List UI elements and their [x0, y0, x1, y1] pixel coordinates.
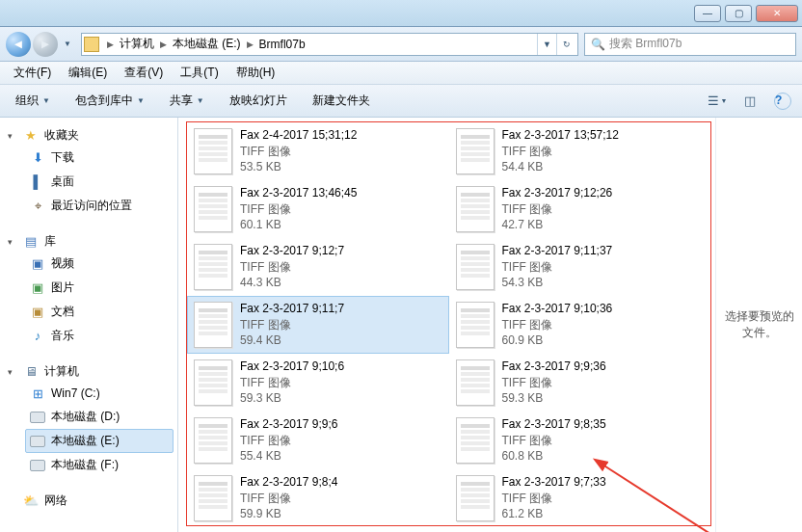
file-item[interactable]: Fax 2-3-2017 9;12;7TIFF 图像44.3 KB — [187, 238, 449, 296]
file-meta: Fax 2-3-2017 9;11;7TIFF 图像59.4 KB — [240, 301, 344, 349]
sidebar-group-label: 收藏夹 — [44, 127, 79, 144]
file-thumbnail — [456, 302, 495, 348]
file-name: Fax 2-4-2017 15;31;12 — [240, 127, 357, 144]
file-thumbnail — [456, 417, 495, 464]
sidebar: ▾ ★ 收藏夹 ⬇下载▌桌面⌖最近访问的位置 ▾ ▤ 库 ▣视频▣图片▣文档♪音… — [0, 118, 178, 532]
file-meta: Fax 2-3-2017 9;10;36TIFF 图像60.9 KB — [502, 301, 613, 349]
file-meta: Fax 2-3-2017 9;12;26TIFF 图像42.7 KB — [502, 185, 613, 233]
address-dropdown[interactable]: ▼ — [537, 34, 556, 55]
file-meta: Fax 2-4-2017 15;31;12TIFF 图像53.5 KB — [240, 127, 357, 175]
breadcrumb[interactable]: Brmfl07b — [255, 38, 309, 51]
file-type: TIFF 图像 — [502, 201, 613, 218]
forward-button[interactable]: ► — [33, 32, 58, 57]
file-item[interactable]: Fax 2-4-2017 15;31;12TIFF 图像53.5 KB — [187, 122, 449, 180]
history-dropdown[interactable]: ▼ — [60, 40, 75, 48]
menu-tools[interactable]: 工具(T) — [173, 63, 226, 83]
sidebar-item-label: 桌面 — [51, 173, 74, 190]
sidebar-item-drive[interactable]: 本地磁盘 (F:) — [25, 453, 174, 477]
menu-file[interactable]: 文件(F) — [6, 63, 59, 83]
sidebar-item-label: 本地磁盘 (D:) — [51, 409, 120, 425]
file-item[interactable]: Fax 2-3-2017 9;11;37TIFF 图像54.3 KB — [449, 238, 711, 296]
address-bar[interactable]: ▶ 计算机 ▶ 本地磁盘 (E:) ▶ Brmfl07b ▼ ↻ — [81, 33, 578, 56]
file-item[interactable]: Fax 2-3-2017 9;10;36TIFF 图像60.9 KB — [449, 296, 711, 354]
minimize-button[interactable]: — — [694, 5, 721, 22]
file-thumbnail — [456, 475, 495, 521]
view-options-button[interactable]: ☰▼ — [706, 90, 729, 113]
folder-icon — [84, 37, 99, 52]
breadcrumb[interactable]: 本地磁盘 (E:) — [169, 36, 245, 52]
file-item[interactable]: Fax 2-3-2017 13;46;45TIFF 图像60.1 KB — [187, 180, 449, 238]
file-meta: Fax 2-3-2017 9;11;37TIFF 图像54.3 KB — [502, 243, 613, 291]
sidebar-item[interactable]: ⬇下载 — [25, 146, 174, 170]
include-button[interactable]: 包含到库中▼ — [67, 89, 152, 113]
file-meta: Fax 2-3-2017 9;8;4TIFF 图像59.9 KB — [240, 474, 337, 522]
file-name: Fax 2-3-2017 9;11;7 — [240, 301, 344, 317]
menu-view[interactable]: 查看(V) — [117, 63, 171, 83]
menu-help[interactable]: 帮助(H) — [228, 63, 283, 83]
refresh-button[interactable]: ↻ — [556, 34, 575, 55]
share-button[interactable]: 共享▼ — [162, 89, 212, 113]
file-item[interactable]: Fax 2-3-2017 9;9;36TIFF 图像59.3 KB — [449, 354, 711, 412]
file-name: Fax 2-3-2017 9;12;26 — [502, 185, 613, 201]
search-box[interactable]: 🔍 搜索 Brmfl07b — [584, 33, 796, 56]
maximize-button[interactable]: ▢ — [725, 5, 752, 22]
item-icon: ♪ — [30, 329, 45, 344]
file-item[interactable]: Fax 2-3-2017 9;11;7TIFF 图像59.4 KB — [187, 296, 449, 354]
file-item[interactable]: Fax 2-3-2017 9;8;35TIFF 图像60.8 KB — [449, 412, 711, 469]
file-thumbnail — [194, 244, 232, 290]
sidebar-item-drive[interactable]: 本地磁盘 (E:) — [25, 429, 174, 453]
item-icon: ▣ — [30, 305, 45, 320]
drive-icon — [30, 436, 45, 447]
sidebar-item-label: 视频 — [51, 255, 74, 272]
back-button[interactable]: ◄ — [6, 32, 31, 57]
nav-bar: ◄ ► ▼ ▶ 计算机 ▶ 本地磁盘 (E:) ▶ Brmfl07b ▼ ↻ 🔍… — [0, 27, 802, 62]
sidebar-computer: ▾ 🖥 计算机 ⊞Win7 (C:)本地磁盘 (D:)本地磁盘 (E:)本地磁盘… — [4, 361, 174, 477]
file-size: 59.9 KB — [240, 506, 337, 522]
sidebar-group-header[interactable]: ▾ ⛅ 网络 — [4, 491, 174, 511]
sidebar-group-header[interactable]: ▾ 🖥 计算机 — [4, 361, 174, 382]
file-size: 53.5 KB — [240, 159, 357, 175]
sidebar-group-header[interactable]: ▾ ▤ 库 — [4, 231, 174, 252]
sidebar-item[interactable]: ▣图片 — [25, 276, 174, 300]
file-type: TIFF 图像 — [502, 433, 606, 449]
sidebar-item[interactable]: ▣文档 — [25, 300, 174, 324]
sidebar-item[interactable]: ▌桌面 — [25, 170, 174, 194]
file-name: Fax 2-3-2017 9;9;36 — [502, 359, 606, 375]
sidebar-item[interactable]: ▣视频 — [25, 252, 174, 276]
file-item[interactable]: Fax 2-3-2017 9;12;26TIFF 图像42.7 KB — [449, 180, 711, 238]
file-type: TIFF 图像 — [240, 317, 344, 333]
file-meta: Fax 2-3-2017 9;10;6TIFF 图像59.3 KB — [240, 359, 344, 407]
file-item[interactable]: Fax 2-3-2017 13;57;12TIFF 图像54.4 KB — [449, 122, 711, 180]
chevron-down-icon: ▼ — [721, 97, 728, 104]
file-thumbnail — [194, 417, 232, 464]
menu-bar: 文件(F) 编辑(E) 查看(V) 工具(T) 帮助(H) — [0, 62, 802, 85]
slideshow-button[interactable]: 放映幻灯片 — [222, 89, 295, 113]
file-meta: Fax 2-3-2017 13;57;12TIFF 图像54.4 KB — [502, 127, 619, 175]
file-name: Fax 2-3-2017 9;8;4 — [240, 474, 337, 491]
drive-icon — [30, 460, 45, 471]
sidebar-item[interactable]: ♪音乐 — [25, 324, 174, 348]
newfolder-button[interactable]: 新建文件夹 — [305, 89, 378, 113]
organize-button[interactable]: 组织▼ — [8, 89, 58, 113]
file-item[interactable]: Fax 2-3-2017 9;9;6TIFF 图像55.4 KB — [187, 412, 449, 469]
sidebar-item-drive[interactable]: ⊞Win7 (C:) — [25, 382, 174, 405]
preview-pane-button[interactable]: ◫ — [738, 90, 762, 113]
file-size: 42.7 KB — [502, 217, 613, 233]
menu-edit[interactable]: 编辑(E) — [61, 63, 115, 83]
collapse-icon: ▾ — [8, 367, 17, 377]
close-button[interactable]: ✕ — [756, 5, 798, 22]
breadcrumb[interactable]: 计算机 — [116, 36, 158, 52]
chevron-down-icon: ▼ — [137, 96, 145, 105]
help-button[interactable]: ? — [771, 90, 794, 113]
item-icon: ▌ — [30, 174, 45, 190]
file-list-region: Fax 2-4-2017 15;31;12TIFF 图像53.5 KBFax 2… — [186, 121, 711, 526]
sidebar-item-drive[interactable]: 本地磁盘 (D:) — [25, 405, 174, 429]
sidebar-item-label: 本地磁盘 (E:) — [51, 433, 120, 449]
file-item[interactable]: Fax 2-3-2017 9;7;33TIFF 图像61.2 KB — [449, 469, 711, 526]
file-name: Fax 2-3-2017 9;7;33 — [502, 474, 606, 491]
sidebar-group-header[interactable]: ▾ ★ 收藏夹 — [4, 125, 174, 146]
file-item[interactable]: Fax 2-3-2017 9;10;6TIFF 图像59.3 KB — [187, 354, 449, 412]
file-size: 59.3 KB — [240, 390, 344, 407]
sidebar-item[interactable]: ⌖最近访问的位置 — [25, 194, 174, 218]
file-item[interactable]: Fax 2-3-2017 9;8;4TIFF 图像59.9 KB — [187, 469, 449, 526]
